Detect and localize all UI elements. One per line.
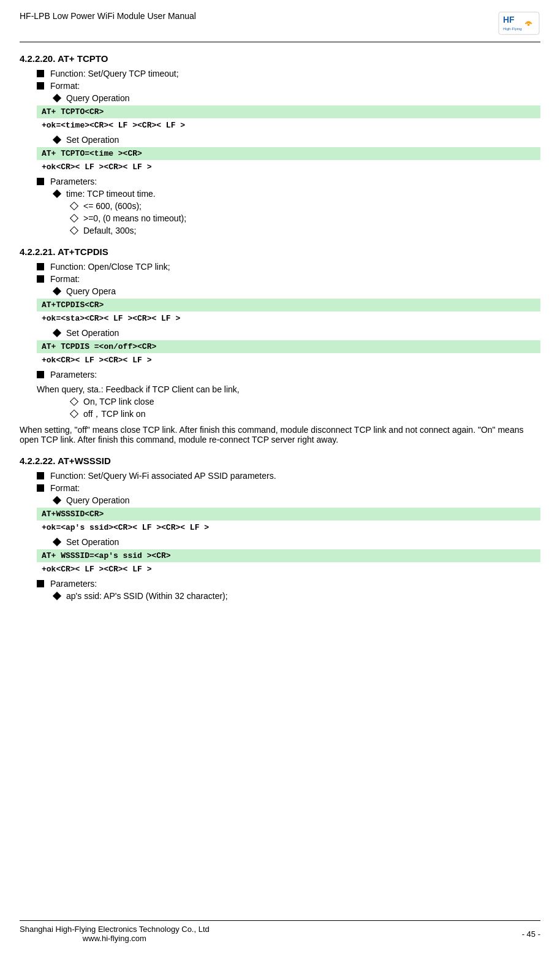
bullet-circle-icon [70, 214, 78, 223]
bullet-circle-icon [70, 410, 78, 418]
wsssid-function-item: Function: Set/Query Wi-Fi associated AP … [20, 471, 540, 481]
wsssid-set-response: +ok<CR>< LF ><CR>< LF > [37, 563, 540, 575]
bullet-diamond-icon [53, 189, 61, 198]
wsssid-query-code: AT+WSSSID<CR> [37, 508, 540, 521]
tcpto-time-item: time: TCP timeout time. [20, 189, 540, 199]
tcpdis-description: When setting, "off" means close TCP link… [20, 425, 540, 445]
tcpto-set-item: Set Operation [20, 135, 540, 145]
section-heading-tcpto: 4.2.2.20. AT+ TCPTO [20, 53, 540, 64]
tcpto-sub1-text: <= 600, (600s); [83, 201, 142, 211]
footer-page: - 45 - [522, 929, 540, 939]
tcpto-time-text: time: TCP timeout time. [66, 189, 156, 199]
tcpto-query-response: +ok=<time><CR>< LF ><CR>< LF > [37, 120, 540, 131]
bullet-square-icon [37, 263, 44, 270]
tcpdis-on-item: On, TCP link close [20, 397, 540, 406]
tcpto-set-response: +ok<CR>< LF ><CR>< LF > [37, 161, 540, 173]
tcpdis-query-label: Query Opera [66, 286, 116, 296]
bullet-diamond-icon [53, 329, 61, 337]
tcpto-query-code: AT+ TCPTO<CR> [37, 105, 540, 118]
tcpto-sub2-item: >=0, (0 means no timeout); [20, 213, 540, 223]
wsssid-format-item: Format: [20, 483, 540, 493]
tcpto-format-item: Format: [20, 81, 540, 91]
wsssid-params-text: Parameters: [50, 579, 97, 589]
company-logo: HF High-Flying [498, 11, 540, 36]
bullet-diamond-icon [53, 538, 61, 546]
tcpdis-format-item: Format: [20, 274, 540, 284]
tcpdis-set-label: Set Operation [66, 328, 119, 338]
tcpdis-params-text: Parameters: [50, 370, 97, 380]
page-footer: Shanghai High-Flying Electronics Technol… [0, 920, 560, 943]
footer-company: Shanghai High-Flying Electronics Technol… [20, 925, 210, 943]
tcpdis-off-item: off，TCP link on [20, 409, 540, 420]
tcpto-set-code: AT+ TCPTO=<time ><CR> [37, 147, 540, 160]
footer-website: www.hi-flying.com [20, 934, 210, 943]
tcpdis-set-response: +ok<CR>< LF ><CR>< LF > [37, 354, 540, 366]
bullet-diamond-icon [53, 496, 61, 505]
section-heading-wsssid: 4.2.2.22. AT+WSSSID [20, 456, 540, 466]
bullet-circle-icon [70, 226, 78, 235]
wsssid-format-text: Format: [50, 483, 80, 493]
bullet-diamond-icon [53, 94, 61, 102]
tcpto-params-text: Parameters: [50, 177, 97, 186]
svg-point-3 [528, 24, 529, 26]
tcpdis-query-response: +ok=<sta><CR>< LF ><CR>< LF > [37, 313, 540, 324]
wsssid-function-text: Function: Set/Query Wi-Fi associated AP … [50, 471, 276, 481]
document-title: HF-LPB Low Power WiFi Module User Manual [20, 11, 196, 21]
svg-text:High-Flying: High-Flying [503, 26, 522, 31]
bullet-square-icon [37, 472, 44, 479]
wsssid-set-code: AT+ WSSSID=<ap's ssid ><CR> [37, 549, 540, 562]
bullet-square-icon [37, 275, 44, 283]
wsssid-apssid-text: ap's ssid: AP's SSID (Within 32 characte… [66, 591, 228, 601]
tcpdis-set-code: AT+ TCPDIS =<on/off><CR> [37, 340, 540, 353]
wsssid-query-item: Query Operation [20, 495, 540, 505]
page-header: HF-LPB Low Power WiFi Module User Manual… [20, 11, 540, 36]
tcpto-sub2-text: >=0, (0 means no timeout); [83, 213, 186, 223]
section-4-2-2-22: 4.2.2.22. AT+WSSSID Function: Set/Query … [20, 456, 540, 601]
section-4-2-2-21: 4.2.2.21. AT+TCPDIS Function: Open/Close… [20, 246, 540, 445]
wsssid-apssid-item: ap's ssid: AP's SSID (Within 32 characte… [20, 591, 540, 601]
bullet-square-icon [37, 82, 44, 90]
wsssid-params-item: Parameters: [20, 579, 540, 589]
bullet-square-icon [37, 371, 44, 378]
tcpdis-query-code: AT+TCPDIS<CR> [37, 299, 540, 311]
svg-text:HF: HF [503, 15, 515, 25]
bullet-square-icon [37, 484, 44, 492]
tcpto-sub1-item: <= 600, (600s); [20, 201, 540, 211]
section-heading-tcpdis: 4.2.2.21. AT+TCPDIS [20, 246, 540, 257]
tcpto-function-text: Function: Set/Query TCP timeout; [50, 69, 179, 78]
tcpdis-on-text: On, TCP link close [83, 397, 154, 406]
header-divider [20, 42, 540, 42]
tcpdis-format-text: Format: [50, 274, 80, 284]
tcpdis-function-item: Function: Open/Close TCP link; [20, 262, 540, 272]
tcpdis-off-text: off，TCP link on [83, 409, 145, 420]
bullet-square-icon [37, 70, 44, 77]
tcpdis-function-text: Function: Open/Close TCP link; [50, 262, 170, 272]
section-4-2-2-20: 4.2.2.20. AT+ TCPTO Function: Set/Query … [20, 53, 540, 235]
tcpdis-extra-1: When query, sta.: Feedback if TCP Client… [20, 384, 540, 394]
tcpto-sub3-text: Default, 300s; [83, 226, 136, 235]
tcpdis-params-item: Parameters: [20, 370, 540, 380]
wsssid-query-response: +ok=<ap's ssid><CR>< LF ><CR>< LF > [37, 522, 540, 533]
bullet-square-icon [37, 580, 44, 587]
bullet-circle-icon [70, 202, 78, 210]
bullet-diamond-icon [53, 592, 61, 600]
bullet-circle-icon [70, 397, 78, 406]
bullet-diamond-icon [53, 135, 61, 144]
tcpto-function-item: Function: Set/Query TCP timeout; [20, 69, 540, 78]
bullet-square-icon [37, 178, 44, 185]
tcpto-query-item: Query Operation [20, 93, 540, 103]
tcpto-format-text: Format: [50, 81, 80, 91]
footer-divider [20, 920, 540, 921]
tcpto-set-label: Set Operation [66, 135, 119, 145]
tcpdis-query-item: Query Opera [20, 286, 540, 296]
wsssid-set-item: Set Operation [20, 537, 540, 547]
tcpdis-set-item: Set Operation [20, 328, 540, 338]
tcpto-sub3-item: Default, 300s; [20, 226, 540, 235]
wsssid-set-label: Set Operation [66, 537, 119, 547]
tcpto-params-item: Parameters: [20, 177, 540, 186]
tcpto-query-label: Query Operation [66, 93, 130, 103]
wsssid-query-label: Query Operation [66, 495, 130, 505]
bullet-diamond-icon [53, 287, 61, 296]
